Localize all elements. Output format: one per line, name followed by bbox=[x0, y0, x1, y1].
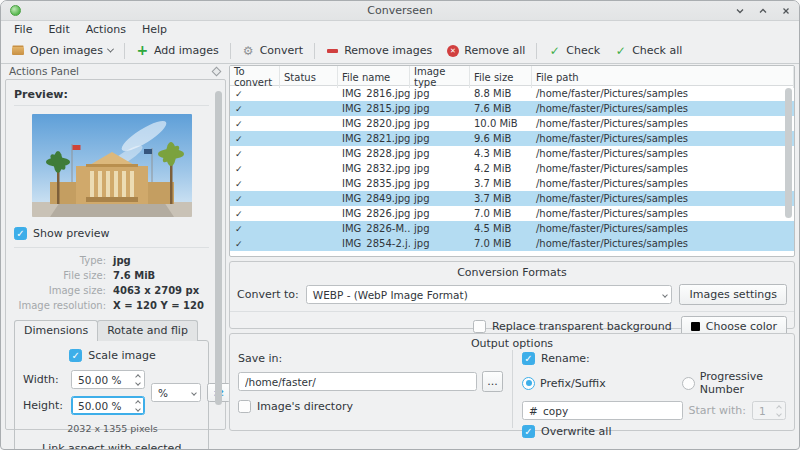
remove-images-button[interactable]: Remove images bbox=[319, 41, 439, 60]
tab-dimensions[interactable]: Dimensions bbox=[14, 320, 98, 341]
cell-image-type: jpg bbox=[410, 118, 470, 129]
check-all-button[interactable]: Check all bbox=[607, 41, 689, 60]
rename-pattern-input[interactable] bbox=[522, 401, 683, 420]
table-row[interactable]: ✓IMG_2835.jpgjpg3.7 MiB/home/faster/Pict… bbox=[230, 176, 794, 191]
table-row[interactable]: ✓IMG_2826-M...jpg4.5 MiB/home/faster/Pic… bbox=[230, 221, 794, 236]
cell-file-name: IMG_2821.jpg bbox=[338, 133, 410, 144]
chevron-down-icon bbox=[107, 46, 114, 53]
column-header-file-name[interactable]: File name bbox=[338, 66, 410, 88]
start-with-label: Start with: bbox=[689, 404, 746, 417]
maximize-button[interactable] bbox=[757, 6, 768, 17]
toolbar-separator bbox=[230, 43, 231, 59]
dimensions-tab-body: Scale image Width: 50.00 % % ⇄ Height: bbox=[14, 340, 209, 450]
convert-button[interactable]: Convert bbox=[235, 41, 311, 60]
cell-file-name: IMG_2815.jpg bbox=[338, 103, 410, 114]
cell-file-path: /home/faster/Pictures/samples bbox=[532, 88, 794, 99]
format-select[interactable]: WEBP - (WebP Image Format) bbox=[306, 285, 673, 304]
cell-file-path: /home/faster/Pictures/samples bbox=[532, 103, 794, 114]
row-checked-icon[interactable]: ✓ bbox=[230, 209, 280, 219]
tab-rotate-and-flip[interactable]: Rotate and flip bbox=[97, 320, 198, 341]
table-row[interactable]: ✓IMG_2821.jpgjpg9.6 MiB/home/faster/Pict… bbox=[230, 131, 794, 146]
table-row[interactable]: ✓IMG_2816.jpgjpg8.8 MiB/home/faster/Pict… bbox=[230, 86, 794, 101]
window-title: Converseen bbox=[1, 4, 799, 17]
column-header-image-type[interactable]: Image type bbox=[410, 66, 470, 88]
check-icon bbox=[548, 44, 561, 57]
info-label: Image size: bbox=[14, 285, 106, 296]
images-settings-button[interactable]: Images settings bbox=[679, 284, 787, 305]
column-header-file-path[interactable]: File path bbox=[532, 66, 794, 88]
images-directory-checkbox[interactable] bbox=[238, 400, 251, 413]
row-checked-icon[interactable]: ✓ bbox=[230, 119, 280, 129]
open-images-button[interactable]: Open images bbox=[5, 41, 120, 60]
table-row[interactable]: ✓IMG_2828.jpgjpg4.3 MiB/home/faster/Pict… bbox=[230, 146, 794, 161]
row-checked-icon[interactable]: ✓ bbox=[230, 239, 280, 249]
browse-button[interactable]: ... bbox=[482, 371, 503, 392]
cell-file-path: /home/faster/Pictures/samples bbox=[532, 208, 794, 219]
save-in-input[interactable] bbox=[238, 372, 477, 391]
table-row[interactable]: ✓IMG_2820.jpgjpg10.0 MiB/home/faster/Pic… bbox=[230, 116, 794, 131]
float-panel-button[interactable] bbox=[212, 66, 222, 76]
menu-item-help[interactable]: Help bbox=[135, 22, 174, 37]
output-options-title: Output options bbox=[230, 334, 794, 350]
column-header-to-convert[interactable]: To convert bbox=[230, 66, 280, 88]
row-checked-icon[interactable]: ✓ bbox=[230, 224, 280, 234]
row-checked-icon[interactable]: ✓ bbox=[230, 104, 280, 114]
conversion-formats-title: Conversion Formats bbox=[230, 262, 794, 279]
row-checked-icon[interactable]: ✓ bbox=[230, 164, 280, 174]
unit-value: % bbox=[158, 387, 168, 399]
width-spinbox[interactable]: 50.00 % bbox=[71, 370, 145, 389]
row-checked-icon[interactable]: ✓ bbox=[230, 89, 280, 99]
panel-scrollbar[interactable] bbox=[214, 84, 223, 425]
remove-all-button[interactable]: Remove all bbox=[439, 41, 532, 60]
menu-item-edit[interactable]: Edit bbox=[41, 22, 76, 37]
add-images-button[interactable]: Add images bbox=[129, 41, 226, 60]
table-row[interactable]: ✓IMG_2826.jpgjpg7.0 MiB/home/faster/Pict… bbox=[230, 206, 794, 221]
info-value: X = 120 Y = 120 bbox=[113, 300, 209, 311]
column-header-file-size[interactable]: File size bbox=[470, 66, 532, 88]
table-row[interactable]: ✓IMG_2854-2.j...jpg7.0 MiB/home/faster/P… bbox=[230, 236, 794, 251]
overwrite-all-checkbox[interactable] bbox=[522, 425, 535, 438]
cell-file-path: /home/faster/Pictures/samples bbox=[532, 193, 794, 204]
minimize-button[interactable] bbox=[734, 6, 745, 17]
start-with-spin-arrows bbox=[777, 402, 781, 419]
convert-to-label: Convert to: bbox=[237, 288, 299, 301]
file-table: To convertStatusFile nameImage typeFile … bbox=[229, 65, 795, 257]
replace-transparent-checkbox[interactable] bbox=[473, 320, 486, 333]
table-row[interactable]: ✓IMG_2832.jpgjpg4.2 MiB/home/faster/Pict… bbox=[230, 161, 794, 176]
cell-file-path: /home/faster/Pictures/samples bbox=[532, 178, 794, 189]
width-spin-arrows[interactable] bbox=[136, 371, 140, 388]
start-with-spinbox[interactable]: 1 bbox=[752, 401, 786, 420]
open-folder-icon bbox=[12, 44, 25, 57]
table-row[interactable]: ✓IMG_2815.jpgjpg7.6 MiB/home/faster/Pict… bbox=[230, 101, 794, 116]
check-button[interactable]: Check bbox=[541, 41, 607, 60]
prefix-suffix-label: Prefix/Suffix bbox=[540, 377, 606, 390]
titlebar: Converseen bbox=[1, 1, 799, 21]
prefix-suffix-radio[interactable] bbox=[522, 377, 535, 390]
cell-file-size: 4.5 MiB bbox=[470, 223, 532, 234]
height-spin-arrows[interactable] bbox=[136, 397, 140, 414]
toolbar: Open imagesAdd imagesConvertRemove image… bbox=[1, 38, 799, 64]
row-checked-icon[interactable]: ✓ bbox=[230, 134, 280, 144]
unit-select[interactable]: % bbox=[151, 383, 201, 402]
scale-image-checkbox[interactable] bbox=[69, 349, 82, 362]
row-checked-icon[interactable]: ✓ bbox=[230, 179, 280, 189]
row-checked-icon[interactable]: ✓ bbox=[230, 149, 280, 159]
column-header-status[interactable]: Status bbox=[280, 66, 338, 88]
close-button[interactable] bbox=[780, 6, 791, 17]
info-label: Type: bbox=[14, 255, 106, 266]
link-aspect-label: Link aspect with selected image bbox=[42, 442, 202, 450]
rename-checkbox[interactable] bbox=[522, 352, 535, 365]
table-row[interactable]: ✓IMG_2849.jpgjpg3.7 MiB/home/faster/Pict… bbox=[230, 191, 794, 206]
menu-item-file[interactable]: File bbox=[7, 22, 39, 37]
start-with-value: 1 bbox=[759, 405, 766, 417]
cell-image-type: jpg bbox=[410, 133, 470, 144]
height-spinbox[interactable]: 50.00 % bbox=[71, 396, 145, 415]
table-scrollbar[interactable] bbox=[784, 87, 793, 254]
menubar: FileEditActionsHelp bbox=[1, 21, 799, 38]
show-preview-checkbox[interactable] bbox=[14, 227, 27, 240]
remove-all-icon bbox=[446, 44, 459, 57]
row-checked-icon[interactable]: ✓ bbox=[230, 194, 280, 204]
add-plus-icon bbox=[136, 44, 149, 57]
menu-item-actions[interactable]: Actions bbox=[79, 22, 133, 37]
progressive-number-radio[interactable] bbox=[682, 377, 695, 390]
